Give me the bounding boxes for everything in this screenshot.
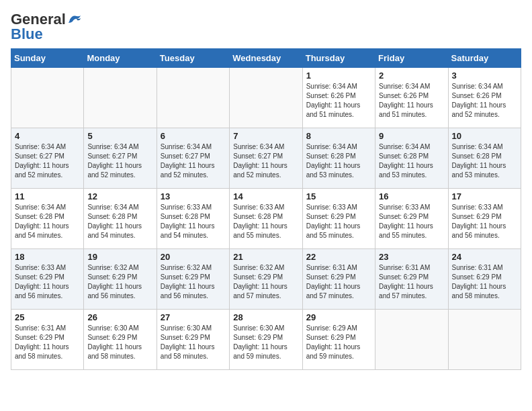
day-info: Sunrise: 6:34 AM Sunset: 6:26 PM Dayligh… [306,82,371,120]
day-number: 19 [87,252,152,262]
column-header-saturday: Saturday [448,49,521,68]
day-info: Sunrise: 6:34 AM Sunset: 6:28 PM Dayligh… [306,142,371,180]
calendar-cell: 4Sunrise: 6:34 AM Sunset: 6:27 PM Daylig… [11,128,84,189]
calendar-cell: 28Sunrise: 6:30 AM Sunset: 6:29 PM Dayli… [230,310,302,370]
day-number: 23 [379,252,444,262]
calendar-week-4: 18Sunrise: 6:33 AM Sunset: 6:29 PM Dayli… [11,249,521,310]
calendar-cell: 10Sunrise: 6:34 AM Sunset: 6:28 PM Dayli… [448,128,521,189]
calendar-cell [84,68,157,128]
calendar-cell [11,68,84,128]
day-info: Sunrise: 6:32 AM Sunset: 6:29 PM Dayligh… [87,263,152,301]
column-header-sunday: Sunday [11,49,84,68]
calendar-cell: 1Sunrise: 6:34 AM Sunset: 6:26 PM Daylig… [302,68,375,128]
calendar-cell: 15Sunrise: 6:33 AM Sunset: 6:29 PM Dayli… [302,189,375,249]
calendar-table: SundayMondayTuesdayWednesdayThursdayFrid… [11,48,521,370]
calendar-cell: 2Sunrise: 6:34 AM Sunset: 6:26 PM Daylig… [375,68,448,128]
day-number: 6 [161,131,226,141]
day-info: Sunrise: 6:33 AM Sunset: 6:29 PM Dayligh… [306,203,371,240]
day-number: 7 [233,131,298,141]
day-info: Sunrise: 6:31 AM Sunset: 6:29 PM Dayligh… [306,263,371,301]
day-number: 22 [306,252,371,262]
day-info: Sunrise: 6:33 AM Sunset: 6:29 PM Dayligh… [379,203,444,240]
day-info: Sunrise: 6:33 AM Sunset: 6:29 PM Dayligh… [15,263,80,301]
calendar-cell: 13Sunrise: 6:33 AM Sunset: 6:28 PM Dayli… [157,189,229,249]
day-info: Sunrise: 6:30 AM Sunset: 6:29 PM Dayligh… [161,324,226,361]
header: General Blue [11,11,521,43]
day-number: 12 [87,191,152,201]
day-info: Sunrise: 6:30 AM Sunset: 6:29 PM Dayligh… [87,324,152,361]
day-info: Sunrise: 6:34 AM Sunset: 6:28 PM Dayligh… [379,142,444,180]
calendar-week-2: 4Sunrise: 6:34 AM Sunset: 6:27 PM Daylig… [11,128,521,189]
day-info: Sunrise: 6:33 AM Sunset: 6:28 PM Dayligh… [161,203,226,240]
day-info: Sunrise: 6:32 AM Sunset: 6:29 PM Dayligh… [161,263,226,301]
day-number: 15 [306,191,371,201]
day-number: 20 [161,252,226,262]
day-info: Sunrise: 6:31 AM Sunset: 6:29 PM Dayligh… [15,324,80,361]
day-info: Sunrise: 6:33 AM Sunset: 6:29 PM Dayligh… [452,203,517,240]
day-info: Sunrise: 6:29 AM Sunset: 6:29 PM Dayligh… [306,324,371,361]
calendar-header-row: SundayMondayTuesdayWednesdayThursdayFrid… [11,49,521,68]
day-info: Sunrise: 6:34 AM Sunset: 6:27 PM Dayligh… [15,142,80,180]
calendar-cell [375,310,448,370]
day-number: 3 [452,71,517,81]
day-number: 11 [15,191,80,201]
calendar-cell: 17Sunrise: 6:33 AM Sunset: 6:29 PM Dayli… [448,189,521,249]
day-info: Sunrise: 6:34 AM Sunset: 6:27 PM Dayligh… [87,142,152,180]
day-info: Sunrise: 6:32 AM Sunset: 6:29 PM Dayligh… [233,263,298,301]
day-info: Sunrise: 6:34 AM Sunset: 6:26 PM Dayligh… [379,82,444,120]
calendar-week-3: 11Sunrise: 6:34 AM Sunset: 6:28 PM Dayli… [11,189,521,249]
day-number: 29 [306,312,371,322]
calendar-cell: 27Sunrise: 6:30 AM Sunset: 6:29 PM Dayli… [157,310,229,370]
day-number: 28 [233,312,298,322]
day-number: 17 [452,191,517,201]
day-number: 8 [306,131,371,141]
calendar-week-5: 25Sunrise: 6:31 AM Sunset: 6:29 PM Dayli… [11,310,521,370]
day-number: 18 [15,252,80,262]
calendar-cell [448,310,521,370]
calendar-cell: 20Sunrise: 6:32 AM Sunset: 6:29 PM Dayli… [157,249,229,310]
calendar-cell: 21Sunrise: 6:32 AM Sunset: 6:29 PM Dayli… [230,249,302,310]
day-number: 21 [233,252,298,262]
day-number: 26 [87,312,152,322]
day-info: Sunrise: 6:34 AM Sunset: 6:28 PM Dayligh… [452,142,517,180]
day-number: 16 [379,191,444,201]
day-info: Sunrise: 6:33 AM Sunset: 6:28 PM Dayligh… [233,203,298,240]
day-number: 10 [452,131,517,141]
calendar-cell [157,68,229,128]
column-header-thursday: Thursday [302,49,375,68]
column-header-tuesday: Tuesday [157,49,229,68]
day-number: 2 [379,71,444,81]
day-info: Sunrise: 6:30 AM Sunset: 6:29 PM Dayligh… [233,324,298,361]
day-number: 9 [379,131,444,141]
calendar-cell: 19Sunrise: 6:32 AM Sunset: 6:29 PM Dayli… [84,249,157,310]
calendar-cell: 9Sunrise: 6:34 AM Sunset: 6:28 PM Daylig… [375,128,448,189]
column-header-monday: Monday [84,49,157,68]
calendar-cell: 7Sunrise: 6:34 AM Sunset: 6:27 PM Daylig… [230,128,302,189]
day-number: 14 [233,191,298,201]
calendar-cell: 3Sunrise: 6:34 AM Sunset: 6:26 PM Daylig… [448,68,521,128]
day-info: Sunrise: 6:34 AM Sunset: 6:28 PM Dayligh… [87,203,152,240]
day-number: 1 [306,71,371,81]
day-number: 25 [15,312,80,322]
calendar-cell [230,68,302,128]
calendar-cell: 29Sunrise: 6:29 AM Sunset: 6:29 PM Dayli… [302,310,375,370]
day-number: 24 [452,252,517,262]
column-header-wednesday: Wednesday [230,49,302,68]
calendar-cell: 5Sunrise: 6:34 AM Sunset: 6:27 PM Daylig… [84,128,157,189]
calendar-cell: 6Sunrise: 6:34 AM Sunset: 6:27 PM Daylig… [157,128,229,189]
logo-blue-text: Blue [11,26,43,43]
calendar-cell: 24Sunrise: 6:31 AM Sunset: 6:29 PM Dayli… [448,249,521,310]
day-info: Sunrise: 6:31 AM Sunset: 6:29 PM Dayligh… [452,263,517,301]
day-info: Sunrise: 6:34 AM Sunset: 6:28 PM Dayligh… [15,203,80,240]
calendar-cell: 14Sunrise: 6:33 AM Sunset: 6:28 PM Dayli… [230,189,302,249]
column-header-friday: Friday [375,49,448,68]
day-number: 4 [15,131,80,141]
calendar-cell: 16Sunrise: 6:33 AM Sunset: 6:29 PM Dayli… [375,189,448,249]
calendar-cell: 18Sunrise: 6:33 AM Sunset: 6:29 PM Dayli… [11,249,84,310]
logo-bird-icon [67,13,82,26]
day-info: Sunrise: 6:31 AM Sunset: 6:29 PM Dayligh… [379,263,444,301]
calendar-cell: 23Sunrise: 6:31 AM Sunset: 6:29 PM Dayli… [375,249,448,310]
calendar-cell: 22Sunrise: 6:31 AM Sunset: 6:29 PM Dayli… [302,249,375,310]
day-number: 5 [87,131,152,141]
calendar-cell: 8Sunrise: 6:34 AM Sunset: 6:28 PM Daylig… [302,128,375,189]
